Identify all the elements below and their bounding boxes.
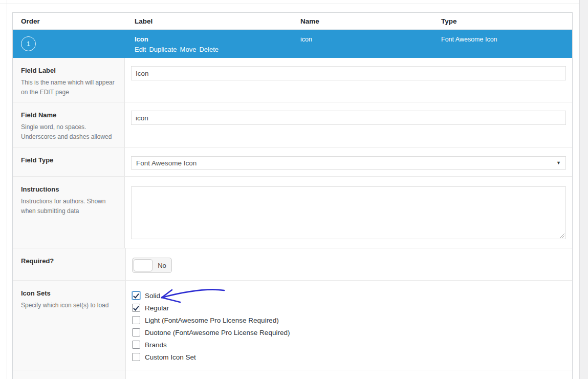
icon-set-option[interactable]: Custom Icon Set <box>132 353 566 361</box>
setting-row-required: Required? No <box>13 248 572 281</box>
setting-row-instructions: Instructions Instructions for authors. S… <box>13 177 572 248</box>
instructions-textarea[interactable] <box>131 186 566 239</box>
acf-fields-table: Order Label Name Type 1 Icon Edit Duplic… <box>12 12 573 379</box>
field-type-selected-value: Font Awesome Icon <box>136 159 197 167</box>
setting-label-cell: Required? <box>13 248 126 280</box>
field-action-link[interactable]: Delete <box>199 46 219 53</box>
order-badge[interactable]: 1 <box>21 36 36 51</box>
field-type-select[interactable]: Font Awesome Icon ▼ <box>131 156 566 170</box>
column-header-label: Label <box>126 17 292 25</box>
setting-content-cell: No <box>126 248 572 280</box>
setting-description: This is the name which will appear on th… <box>21 78 115 97</box>
setting-content-cell <box>125 177 572 248</box>
field-row-icon[interactable]: 1 Icon Edit Duplicate Move Delete icon <box>13 30 572 58</box>
field-action-link[interactable]: Edit <box>135 46 146 53</box>
icon-set-option[interactable]: Brands <box>132 341 566 349</box>
setting-content-cell <box>125 58 572 102</box>
icon-set-option[interactable]: Solid <box>132 291 566 300</box>
postbox-top-divider <box>0 4 579 4</box>
toggle-knob[interactable] <box>134 259 153 271</box>
setting-label-cell: Instructions Instructions for authors. S… <box>13 177 125 248</box>
field-name-input[interactable] <box>131 111 566 125</box>
icon-sets-checkbox-list: Solid Regular Light (FontAwesome Pro Lic… <box>132 291 566 361</box>
field-row-actions: Edit Duplicate Move Delete <box>135 46 292 53</box>
setting-description: Single word, no spaces. Underscores and … <box>21 122 115 141</box>
icon-set-option-label: Duotone (FontAwesome Pro License Require… <box>145 329 290 336</box>
setting-label-cell: Icon Sets Specify which icon set(s) to l… <box>13 281 126 370</box>
field-row-type: Font Awesome Icon <box>433 30 572 58</box>
setting-description: Specify which icon set(s) to load <box>21 301 116 310</box>
field-label-cell: Icon Edit Duplicate Move Delete <box>126 30 292 58</box>
checkbox-icon[interactable] <box>132 328 140 336</box>
column-header-type: Type <box>433 17 572 25</box>
setting-content-cell: Solid Regular Light (FontAwesome Pro Lic… <box>126 281 572 370</box>
field-order-cell: 1 <box>13 30 126 58</box>
icon-set-option-label: Light (FontAwesome Pro License Required) <box>145 317 279 324</box>
checkbox-icon[interactable] <box>132 341 140 349</box>
setting-title: Required? <box>21 257 116 265</box>
setting-title: Field Name <box>21 111 115 119</box>
column-header-name: Name <box>292 17 433 25</box>
icon-set-option-label: Custom Icon Set <box>145 353 196 361</box>
instructions-textarea-wrap <box>131 186 566 239</box>
icon-set-option-label: Brands <box>145 341 167 349</box>
field-row-name: icon <box>292 30 433 58</box>
setting-label-cell: Field Name Single word, no spaces. Under… <box>13 102 125 147</box>
icon-set-option-label: Solid <box>145 292 160 300</box>
setting-content-cell <box>125 102 572 147</box>
field-row-title[interactable]: Icon <box>135 35 292 44</box>
setting-content-cell <box>126 370 572 379</box>
icon-set-option[interactable]: Duotone (FontAwesome Pro License Require… <box>132 328 566 336</box>
setting-content-cell: Font Awesome Icon ▼ <box>125 148 572 176</box>
field-action-link[interactable]: Duplicate <box>149 46 177 53</box>
setting-label-cell <box>13 370 126 379</box>
setting-row-partial <box>13 370 572 379</box>
setting-description: Instructions for authors. Shown when sub… <box>21 197 115 216</box>
setting-row-field-name: Field Name Single word, no spaces. Under… <box>13 102 572 148</box>
setting-label-cell: Field Type <box>13 148 125 176</box>
setting-row-field-type: Field Type Font Awesome Icon ▼ <box>13 148 572 177</box>
setting-row-icon-sets: Icon Sets Specify which icon set(s) to l… <box>13 281 572 370</box>
setting-title: Icon Sets <box>21 289 116 297</box>
setting-title: Field Type <box>21 156 115 164</box>
column-header-order: Order <box>13 17 126 25</box>
setting-label-cell: Field Label This is the name which will … <box>13 58 125 102</box>
required-toggle[interactable]: No <box>132 258 172 273</box>
icon-set-option[interactable]: Regular <box>132 304 566 312</box>
field-action-link[interactable]: Move <box>180 46 197 53</box>
admin-right-gutter <box>579 0 588 379</box>
field-label-input[interactable] <box>131 66 566 80</box>
checkbox-icon[interactable] <box>132 304 140 312</box>
setting-title: Instructions <box>21 185 115 193</box>
resize-handle-icon[interactable] <box>560 233 565 238</box>
icon-set-option-label: Regular <box>145 304 169 312</box>
toggle-state-label: No <box>153 262 171 269</box>
checkbox-icon[interactable] <box>132 316 140 324</box>
table-header-row: Order Label Name Type <box>13 13 572 30</box>
checkbox-icon[interactable] <box>132 291 140 300</box>
acf-field-editor-page: Order Label Name Type 1 Icon Edit Duplic… <box>0 0 588 379</box>
dropdown-arrow-icon: ▼ <box>556 160 561 165</box>
setting-row-field-label: Field Label This is the name which will … <box>13 58 572 102</box>
postbox-left-border <box>7 0 7 379</box>
icon-set-option[interactable]: Light (FontAwesome Pro License Required) <box>132 316 566 324</box>
setting-title: Field Label <box>21 67 115 74</box>
checkbox-icon[interactable] <box>132 353 140 361</box>
